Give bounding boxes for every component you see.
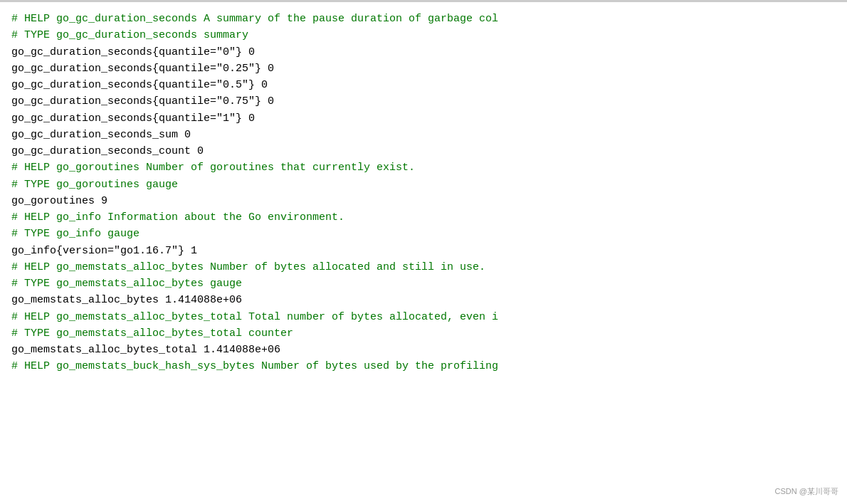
code-line: go_gc_duration_seconds{quantile="1"} 0 (11, 110, 836, 127)
code-line: go_gc_duration_seconds{quantile="0.75"} … (11, 93, 836, 110)
code-line: # TYPE go_memstats_alloc_bytes_total cou… (11, 325, 836, 342)
code-line: # HELP go_gc_duration_seconds A summary … (11, 11, 836, 27)
watermark: CSDN @某川哥哥 (772, 485, 841, 498)
code-line: # HELP go_memstats_alloc_bytes_total Tot… (11, 309, 836, 325)
code-line: go_goroutines 9 (11, 193, 836, 209)
code-line: # HELP go_goroutines Number of goroutine… (11, 159, 836, 176)
code-line: # HELP go_memstats_buck_hash_sys_bytes N… (11, 358, 836, 374)
code-line: go_gc_duration_seconds{quantile="0.25"} … (11, 61, 836, 77)
code-line: # TYPE go_goroutines gauge (11, 177, 836, 193)
code-line: go_memstats_alloc_bytes 1.414088e+06 (11, 292, 836, 308)
code-output: # HELP go_gc_duration_seconds A summary … (0, 0, 847, 504)
code-line: # HELP go_info Information about the Go … (11, 209, 836, 226)
code-line: # TYPE go_gc_duration_seconds summary (11, 27, 836, 43)
code-line: # TYPE go_memstats_alloc_bytes gauge (11, 275, 836, 292)
code-line: go_memstats_alloc_bytes_total 1.414088e+… (11, 342, 836, 358)
code-line: go_gc_duration_seconds{quantile="0"} 0 (11, 44, 836, 61)
code-line: # HELP go_memstats_alloc_bytes Number of… (11, 259, 836, 275)
code-line: go_gc_duration_seconds{quantile="0.5"} 0 (11, 77, 836, 93)
code-line: go_gc_duration_seconds_sum 0 (11, 127, 836, 143)
code-line: go_gc_duration_seconds_count 0 (11, 143, 836, 159)
code-line: go_info{version="go1.16.7"} 1 (11, 243, 836, 259)
code-line: # TYPE go_info gauge (11, 226, 836, 242)
